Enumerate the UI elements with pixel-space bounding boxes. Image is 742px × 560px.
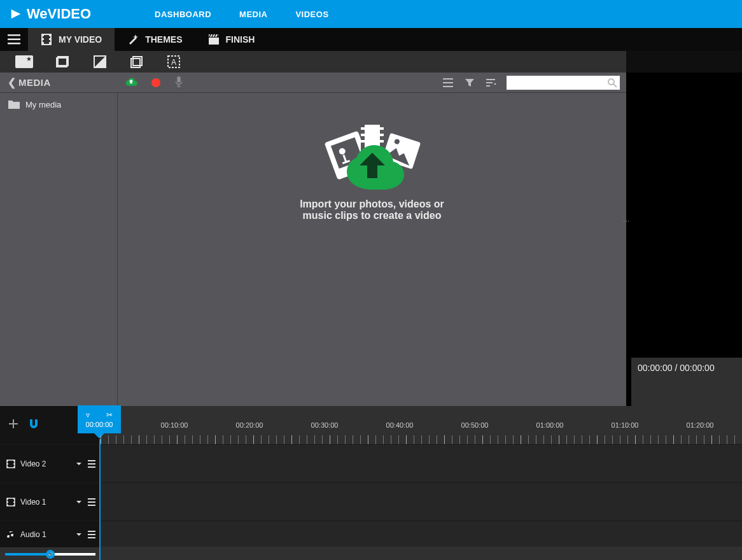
svg-rect-6	[42, 42, 44, 44]
svg-rect-35	[380, 127, 384, 130]
nav-dashboard[interactable]: DASHBOARD	[155, 10, 211, 19]
svg-rect-33	[361, 134, 365, 136]
folder-pane: My media	[0, 93, 118, 406]
volume-thumb[interactable]	[46, 550, 55, 559]
ruler-label: 00:20:00	[236, 421, 263, 429]
scissors-icon[interactable]: ✂	[106, 410, 113, 419]
main-row: ❮ MEDIA	[0, 73, 742, 406]
svg-rect-34	[361, 140, 365, 143]
brand-logo[interactable]: WeVIDEO	[9, 6, 91, 22]
track-menu-icon[interactable]	[88, 498, 95, 506]
tab-finish-label: FINISH	[226, 34, 255, 45]
record-button[interactable]	[151, 78, 160, 87]
tab-themes-label: THEMES	[145, 34, 182, 45]
nav-media[interactable]: MEDIA	[239, 10, 267, 19]
svg-rect-5	[42, 38, 44, 40]
ruler-label: 01:10:00	[612, 421, 639, 429]
media-bin-icon[interactable]	[15, 55, 33, 68]
hamburger-menu-button[interactable]	[0, 28, 28, 51]
svg-rect-32	[361, 127, 365, 130]
tab-strip: MY VIDEO THEMES FINISH	[0, 28, 742, 51]
ruler-label: 00:50:00	[461, 421, 489, 429]
preview-panel: ⋮	[626, 73, 742, 406]
ruler-label: 01:00:00	[536, 421, 564, 429]
svg-rect-59	[88, 505, 95, 506]
timeline-header: ▿ ✂ 00:00:00 00:10:00 00:20:00 00:30:00 …	[0, 406, 742, 444]
volume-slider[interactable]	[5, 549, 95, 559]
microphone-button[interactable]	[174, 76, 183, 90]
svg-rect-0	[8, 34, 20, 36]
chevron-down-icon[interactable]	[75, 498, 83, 506]
cloud-upload-button[interactable]	[125, 76, 137, 89]
track-audio1-label[interactable]: Audio 1	[0, 521, 101, 547]
add-track-button[interactable]	[8, 418, 19, 432]
search-input[interactable]	[507, 76, 620, 90]
svg-rect-21	[443, 86, 453, 87]
track-video1-label[interactable]: Video 1	[0, 483, 101, 521]
chevron-down-icon[interactable]	[75, 531, 83, 538]
chevron-down-icon[interactable]	[75, 460, 83, 468]
images-icon[interactable]	[56, 55, 70, 69]
nav-videos[interactable]: VIDEOS	[295, 10, 328, 19]
svg-text:A: A	[171, 58, 176, 67]
text-frame-icon[interactable]: A	[167, 55, 181, 69]
svg-rect-48	[88, 463, 95, 465]
filter-icon[interactable]	[465, 78, 475, 88]
track-menu-icon[interactable]	[88, 531, 95, 538]
svg-rect-22	[486, 79, 495, 80]
svg-rect-46	[13, 466, 15, 468]
svg-rect-10	[209, 38, 219, 45]
media-header-title: MEDIA	[18, 77, 51, 88]
svg-rect-54	[13, 498, 15, 500]
track-menu-icon[interactable]	[88, 460, 95, 468]
drop-pane[interactable]: Import your photos, videos or music clip…	[118, 93, 626, 406]
track-name: Video 2	[20, 459, 46, 468]
timeline-ruler[interactable]: 00:10:00 00:20:00 00:30:00 00:40:00 00:5…	[101, 419, 742, 444]
track-video2-label[interactable]: Video 2	[0, 445, 101, 482]
marker-icon: ▿	[86, 410, 90, 419]
svg-rect-61	[88, 534, 95, 535]
tab-my-video[interactable]: MY VIDEO	[28, 28, 115, 51]
svg-rect-62	[88, 537, 95, 538]
svg-rect-20	[443, 82, 453, 83]
svg-rect-52	[7, 501, 8, 503]
svg-rect-24	[486, 85, 490, 87]
svg-rect-7	[49, 34, 51, 36]
svg-rect-4	[42, 34, 44, 36]
snap-magnet-button[interactable]	[28, 418, 39, 432]
tool-row: A	[0, 51, 626, 73]
svg-rect-37	[380, 140, 384, 143]
tab-finish[interactable]: FINISH	[195, 28, 268, 51]
search-icon	[607, 78, 617, 88]
sort-icon[interactable]	[486, 78, 496, 88]
list-view-icon[interactable]	[443, 78, 453, 88]
track-video1-body[interactable]	[101, 483, 742, 521]
chevron-left-icon: ❮	[8, 76, 16, 88]
contrast-icon[interactable]	[93, 55, 107, 69]
playhead-line[interactable]	[99, 439, 101, 560]
svg-rect-18	[177, 76, 180, 82]
ruler-label: 01:20:00	[687, 421, 714, 429]
drop-text-line2: music clips to create a video	[290, 210, 455, 221]
svg-rect-2	[8, 43, 20, 45]
splitter-handle[interactable]: ⋮	[622, 218, 631, 224]
film-icon	[6, 498, 15, 507]
top-nav: DASHBOARD MEDIA VIDEOS	[155, 10, 329, 19]
ruler-label: 00:10:00	[161, 421, 188, 429]
track-audio1-body[interactable]	[101, 521, 742, 547]
music-note-icon	[6, 530, 15, 539]
layers-icon[interactable]	[130, 55, 144, 69]
wand-icon	[127, 34, 139, 45]
svg-rect-49	[88, 466, 95, 468]
track-video2-body[interactable]	[101, 445, 742, 482]
svg-rect-55	[13, 501, 15, 503]
tab-themes[interactable]: THEMES	[115, 28, 195, 51]
svg-rect-43	[7, 466, 8, 468]
tab-my-video-label: MY VIDEO	[59, 34, 102, 45]
clapper-icon	[208, 34, 220, 45]
drop-inner: Import your photos, videos or music clip…	[290, 121, 455, 221]
import-graphic	[315, 121, 430, 191]
folder-my-media[interactable]: My media	[8, 99, 109, 109]
svg-rect-51	[7, 498, 8, 500]
media-back-button[interactable]: ❮ MEDIA	[8, 76, 51, 88]
